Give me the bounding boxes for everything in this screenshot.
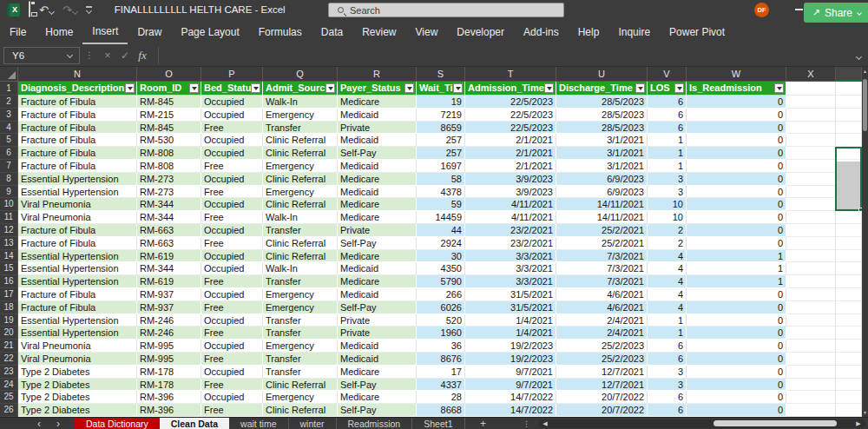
row-number[interactable]: 14 bbox=[0, 250, 18, 263]
cell[interactable]: 1697 bbox=[417, 160, 465, 173]
cell[interactable] bbox=[786, 327, 836, 340]
cell[interactable]: 6/9/2023 bbox=[556, 173, 648, 186]
table-column-header[interactable]: Room_ID bbox=[137, 82, 201, 96]
cell[interactable] bbox=[836, 404, 862, 417]
cell[interactable]: 0 bbox=[687, 353, 786, 366]
cell[interactable]: Viral Pneumonia bbox=[18, 340, 137, 353]
cell[interactable]: Private bbox=[338, 314, 417, 327]
vertical-scrollbar[interactable]: ▲ ▼ bbox=[862, 67, 868, 417]
ribbon-tab-insert[interactable]: Insert bbox=[82, 20, 128, 44]
expand-formula-bar-button[interactable] bbox=[849, 50, 868, 62]
cell[interactable]: 1 bbox=[687, 262, 786, 275]
cell[interactable]: 10 bbox=[648, 211, 687, 224]
scroll-right-icon[interactable]: ▶ bbox=[852, 420, 865, 427]
row-number[interactable]: 6 bbox=[0, 147, 18, 160]
ribbon-tab-review[interactable]: Review bbox=[352, 21, 405, 43]
cell[interactable]: Clinic Referral bbox=[263, 134, 338, 147]
cell[interactable]: 58 bbox=[417, 173, 465, 186]
cell[interactable]: 31/5/2021 bbox=[465, 301, 556, 314]
cell[interactable]: 1960 bbox=[417, 327, 465, 340]
cell[interactable]: 2/1/2021 bbox=[465, 160, 556, 173]
cell[interactable]: RM-396 bbox=[137, 391, 201, 404]
row-number[interactable]: 2 bbox=[0, 96, 18, 109]
cell[interactable]: 4/11/2021 bbox=[465, 198, 556, 211]
cell[interactable] bbox=[836, 109, 862, 122]
cell[interactable] bbox=[786, 237, 836, 250]
cell[interactable]: 0 bbox=[687, 109, 786, 122]
cell[interactable]: 266 bbox=[417, 288, 465, 301]
cell[interactable]: 8668 bbox=[417, 404, 465, 417]
column-header-o[interactable]: O bbox=[137, 67, 201, 82]
cell[interactable] bbox=[786, 173, 836, 186]
cell[interactable]: Occupied bbox=[201, 224, 263, 237]
cell[interactable] bbox=[786, 198, 836, 211]
cell[interactable]: 3/1/2021 bbox=[556, 134, 648, 147]
cell[interactable] bbox=[836, 122, 862, 135]
cell[interactable]: Clinic Referral bbox=[263, 198, 338, 211]
sheet-tab-clean-data[interactable]: Clean Data bbox=[160, 418, 229, 429]
filter-button[interactable] bbox=[404, 83, 414, 93]
horizontal-scroll-thumb[interactable] bbox=[713, 420, 836, 426]
row-number[interactable]: 12 bbox=[0, 224, 18, 237]
cell[interactable]: 0 bbox=[687, 327, 786, 340]
column-header-y[interactable] bbox=[836, 67, 862, 82]
cell[interactable]: 7/3/2021 bbox=[556, 275, 648, 288]
cell[interactable]: Emergency bbox=[263, 160, 338, 173]
column-header-w[interactable]: W bbox=[687, 67, 786, 82]
cell[interactable]: 0 bbox=[687, 96, 786, 109]
table-column-header[interactable]: Payer_Status bbox=[338, 82, 417, 96]
cell[interactable]: Transfer bbox=[263, 327, 338, 340]
cell[interactable]: 3/9/2023 bbox=[465, 173, 556, 186]
cell[interactable]: 6 bbox=[648, 391, 687, 404]
cell[interactable]: 12/7/2021 bbox=[556, 366, 648, 379]
cell[interactable]: Medicaid bbox=[338, 340, 417, 353]
cell[interactable]: Private bbox=[338, 224, 417, 237]
sheet-tab-data-dictionary[interactable]: Data Dictionary bbox=[75, 418, 160, 429]
cell[interactable]: Walk-In bbox=[263, 262, 338, 275]
cell[interactable]: 23/2/2021 bbox=[465, 224, 556, 237]
cell[interactable] bbox=[786, 353, 836, 366]
cell[interactable]: Private bbox=[338, 327, 417, 340]
cell[interactable]: Transfer bbox=[263, 122, 338, 135]
cell[interactable]: Medicare bbox=[338, 211, 417, 224]
cell[interactable]: Occupied bbox=[201, 134, 263, 147]
cell[interactable]: 6 bbox=[648, 122, 687, 135]
cell[interactable]: 4/11/2021 bbox=[465, 211, 556, 224]
table-column-header[interactable]: Is_Readmission bbox=[687, 82, 786, 96]
row-number[interactable]: 13 bbox=[0, 237, 18, 250]
cell[interactable]: 4378 bbox=[417, 186, 465, 199]
cell[interactable] bbox=[786, 109, 836, 122]
row-number[interactable]: 4 bbox=[0, 122, 18, 135]
cell[interactable]: Medicare bbox=[338, 250, 417, 263]
cell[interactable]: 4337 bbox=[417, 379, 465, 392]
cell[interactable]: 1 bbox=[648, 160, 687, 173]
cell[interactable]: 0 bbox=[687, 186, 786, 199]
sheet-tab-readmission[interactable]: Readmission bbox=[337, 418, 413, 429]
cell[interactable]: Fracture of Fibula bbox=[18, 224, 137, 237]
cell[interactable]: RM-937 bbox=[137, 301, 201, 314]
cell[interactable] bbox=[836, 211, 862, 224]
cell[interactable]: 6 bbox=[648, 353, 687, 366]
cell[interactable]: Occupied bbox=[201, 109, 263, 122]
ribbon-tab-power-pivot[interactable]: Power Pivot bbox=[660, 21, 734, 43]
cell[interactable]: Free bbox=[201, 160, 263, 173]
cell[interactable]: Essential Hypertension bbox=[18, 327, 137, 340]
cell[interactable]: Clinic Referral bbox=[263, 147, 338, 160]
cell[interactable]: Free bbox=[201, 404, 263, 417]
cell[interactable]: 4/6/2021 bbox=[556, 288, 648, 301]
cell[interactable]: Emergency bbox=[263, 109, 338, 122]
cell[interactable]: 22/5/2023 bbox=[465, 96, 556, 109]
cell[interactable]: Fracture of Fibula bbox=[18, 237, 137, 250]
cell[interactable]: 3/9/2023 bbox=[465, 186, 556, 199]
cell[interactable]: 17 bbox=[417, 366, 465, 379]
row-number[interactable]: 10 bbox=[0, 198, 18, 211]
formula-input[interactable] bbox=[158, 47, 849, 64]
cell[interactable]: 4 bbox=[648, 275, 687, 288]
cell[interactable]: Occupied bbox=[201, 147, 263, 160]
cell[interactable]: 2/4/2021 bbox=[556, 327, 648, 340]
cell[interactable]: 59 bbox=[417, 198, 465, 211]
row-number[interactable]: 17 bbox=[0, 288, 18, 301]
row-number[interactable]: 19 bbox=[0, 314, 18, 327]
tab-overflow-icon[interactable]: ⋮ bbox=[523, 418, 530, 429]
cell[interactable]: RM-995 bbox=[137, 340, 201, 353]
